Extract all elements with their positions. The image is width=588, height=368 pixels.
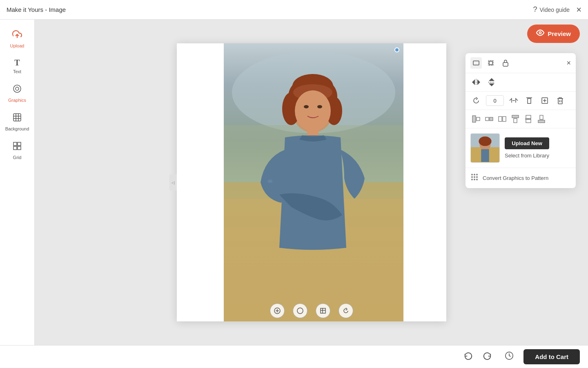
image-actions: Upload New Select from Library xyxy=(505,137,549,159)
flip-vertical-button[interactable] xyxy=(486,76,497,88)
props-close-button[interactable]: × xyxy=(566,59,571,67)
canvas-rotate-button[interactable] xyxy=(339,303,353,318)
align-top-button[interactable] xyxy=(523,95,535,106)
svg-rect-56 xyxy=(526,115,531,119)
graphics-label: Graphics xyxy=(8,98,26,103)
align-center-v-button[interactable] xyxy=(483,113,495,125)
svg-point-66 xyxy=(472,174,473,175)
props-image-section: Upload New Select from Library xyxy=(466,128,576,168)
align-top2-button[interactable] xyxy=(510,113,521,125)
history-button[interactable] xyxy=(501,350,517,364)
rotation-input[interactable]: 0 xyxy=(486,95,504,106)
svg-rect-7 xyxy=(18,146,21,150)
svg-rect-51 xyxy=(490,117,493,121)
topbar-right: ? Video guide × xyxy=(533,4,581,15)
svg-rect-30 xyxy=(473,61,479,65)
props-rotation-row: 0 xyxy=(466,92,576,110)
svg-point-70 xyxy=(474,177,475,178)
upload-icon xyxy=(12,29,22,42)
svg-marker-35 xyxy=(472,79,475,85)
svg-point-2 xyxy=(16,87,19,90)
canvas-bottom-controls xyxy=(270,303,353,318)
thumb-inner xyxy=(471,134,499,162)
background-label: Background xyxy=(5,126,29,131)
delete-button[interactable] xyxy=(555,95,566,106)
svg-point-18 xyxy=(295,90,331,131)
align-middle-h-button[interactable] xyxy=(523,113,534,125)
svg-rect-53 xyxy=(503,117,506,121)
graphics-icon xyxy=(12,84,22,96)
svg-point-1 xyxy=(13,85,21,92)
sidebar: Upload T Text Graphics Background xyxy=(0,20,35,345)
video-guide-button[interactable]: ? Video guide xyxy=(533,5,570,14)
align-bottom-button[interactable] xyxy=(536,113,547,125)
props-tab-resize[interactable] xyxy=(470,57,482,69)
svg-marker-36 xyxy=(477,79,480,85)
canvas-photo-area xyxy=(224,43,403,321)
svg-rect-65 xyxy=(481,149,489,162)
svg-rect-50 xyxy=(486,117,489,121)
undo-button[interactable] xyxy=(461,350,476,364)
pattern-icon xyxy=(470,173,479,183)
svg-rect-55 xyxy=(514,119,517,123)
align-left-top-button[interactable] xyxy=(470,113,482,125)
selection-handle-tr[interactable] xyxy=(394,47,399,52)
props-header: × xyxy=(466,53,576,73)
help-icon: ? xyxy=(533,5,537,14)
convert-pattern-row: Convert Graphics to Pattern xyxy=(466,168,576,188)
svg-rect-59 xyxy=(540,115,543,119)
props-tab-crop[interactable] xyxy=(485,57,497,69)
props-flip-row xyxy=(466,73,576,92)
svg-rect-33 xyxy=(503,63,508,66)
flip-horizontal-button[interactable] xyxy=(470,76,482,88)
svg-rect-49 xyxy=(477,117,480,121)
preview-button[interactable]: Preview xyxy=(527,25,580,43)
eye-icon xyxy=(536,29,544,39)
canvas-add-button[interactable] xyxy=(270,303,285,318)
bottombar: Add to Cart xyxy=(0,345,588,368)
svg-rect-52 xyxy=(499,117,502,121)
svg-point-71 xyxy=(477,177,478,178)
upload-new-button[interactable]: Upload New xyxy=(505,137,549,149)
svg-rect-4 xyxy=(13,142,17,146)
svg-rect-48 xyxy=(472,116,476,122)
redo-button[interactable] xyxy=(479,350,495,364)
sidebar-item-background[interactable]: Background xyxy=(0,108,34,136)
grid-icon xyxy=(12,141,22,153)
text-label: Text xyxy=(13,69,21,74)
add-to-cart-button[interactable]: Add to Cart xyxy=(523,349,580,364)
canvas-circle-button[interactable] xyxy=(293,303,307,318)
svg-rect-32 xyxy=(489,61,492,65)
preview-label: Preview xyxy=(548,30,571,37)
sidebar-item-text[interactable]: T Text xyxy=(0,53,34,79)
svg-point-67 xyxy=(474,174,475,175)
rotate-button[interactable] xyxy=(470,95,482,106)
flip-h2-button[interactable] xyxy=(508,95,519,106)
canvas-move-button[interactable] xyxy=(316,303,330,318)
svg-rect-5 xyxy=(18,142,21,146)
grid-label: Grid xyxy=(13,155,22,160)
svg-rect-6 xyxy=(13,146,17,150)
sidebar-item-upload[interactable]: Upload xyxy=(0,25,34,53)
add-element-button[interactable] xyxy=(539,95,550,106)
align-right-button[interactable] xyxy=(497,113,508,125)
close-button[interactable]: × xyxy=(576,4,581,15)
convert-pattern-label[interactable]: Convert Graphics to Pattern xyxy=(483,175,548,181)
props-tab-lock[interactable] xyxy=(500,57,511,69)
select-library-link[interactable]: Select from Library xyxy=(505,153,549,159)
svg-point-25 xyxy=(297,308,303,314)
svg-point-64 xyxy=(479,137,491,146)
svg-marker-38 xyxy=(489,78,494,81)
svg-rect-57 xyxy=(526,119,531,123)
text-icon: T xyxy=(14,58,20,67)
svg-point-74 xyxy=(477,179,478,180)
background-icon xyxy=(12,112,22,125)
sidebar-item-grid[interactable]: Grid xyxy=(0,136,34,165)
collapse-handle[interactable]: ◁ xyxy=(169,174,177,191)
svg-rect-60 xyxy=(538,120,545,123)
svg-rect-42 xyxy=(528,99,531,103)
image-thumbnail xyxy=(470,133,500,163)
svg-point-20 xyxy=(317,105,322,108)
props-align-row xyxy=(466,110,576,128)
sidebar-item-graphics[interactable]: Graphics xyxy=(0,79,34,108)
